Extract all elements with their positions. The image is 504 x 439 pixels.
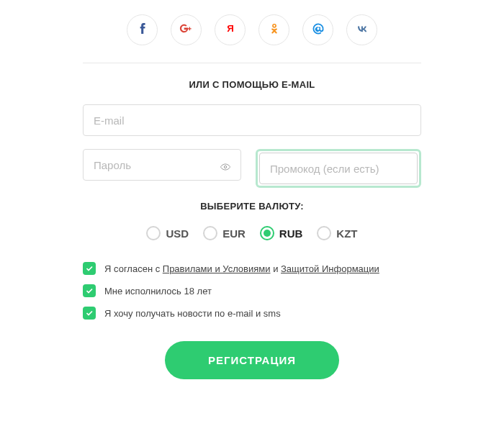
facebook-login-button[interactable] (127, 14, 158, 45)
show-password-icon[interactable] (220, 161, 231, 176)
odnoklassniki-login-button[interactable] (258, 14, 289, 45)
svg-point-1 (224, 166, 226, 168)
vk-icon (355, 22, 369, 39)
odnoklassniki-icon (267, 22, 282, 39)
currency-label: EUR (222, 227, 246, 240)
radio-icon (203, 226, 217, 240)
password-input[interactable] (83, 149, 241, 181)
email-section-title: ИЛИ С ПОМОЩЬЮ E-MAIL (83, 79, 421, 90)
google-icon (179, 22, 194, 39)
yandex-login-button[interactable]: Я (215, 14, 246, 45)
google-login-button[interactable] (171, 14, 202, 45)
age-checkbox[interactable] (83, 284, 96, 297)
register-button[interactable]: РЕГИСТРАЦИЯ (165, 341, 339, 379)
agreements-list: Я согласен с Правилами и Условиями и Защ… (83, 262, 421, 320)
radio-icon (146, 226, 161, 240)
social-login-row: Я (83, 14, 421, 45)
email-input[interactable] (83, 104, 421, 136)
terms-link[interactable]: Правилами и Условиями (163, 263, 271, 274)
divider (83, 63, 421, 63)
currency-label: KZT (336, 227, 357, 240)
yandex-icon: Я (223, 22, 238, 39)
currency-title: ВЫБЕРИТЕ ВАЛЮТУ: (83, 201, 421, 212)
news-text: Я хочу получать новости по e-mail и sms (104, 308, 281, 319)
promo-input[interactable] (259, 153, 418, 184)
facebook-icon (135, 22, 150, 39)
currency-option-rub[interactable]: RUB (260, 226, 303, 240)
currency-label: RUB (279, 227, 303, 240)
terms-checkbox[interactable] (83, 262, 96, 275)
mailru-icon (311, 22, 325, 39)
currency-option-eur[interactable]: EUR (203, 226, 246, 240)
privacy-link[interactable]: Защитой Информации (281, 263, 379, 274)
age-text: Мне исполнилось 18 лет (104, 286, 212, 297)
mailru-login-button[interactable] (302, 14, 333, 45)
currency-option-kzt[interactable]: KZT (317, 226, 357, 240)
currency-selector: USD EUR RUB KZT (83, 226, 421, 240)
currency-option-usd[interactable]: USD (146, 226, 189, 240)
terms-text: Я согласен с Правилами и Условиями и Защ… (104, 263, 379, 274)
svg-text:Я: Я (227, 23, 234, 34)
radio-icon (260, 226, 274, 240)
news-checkbox[interactable] (83, 307, 96, 320)
currency-label: USD (166, 227, 189, 240)
radio-icon (317, 226, 331, 240)
vk-login-button[interactable] (346, 14, 377, 45)
